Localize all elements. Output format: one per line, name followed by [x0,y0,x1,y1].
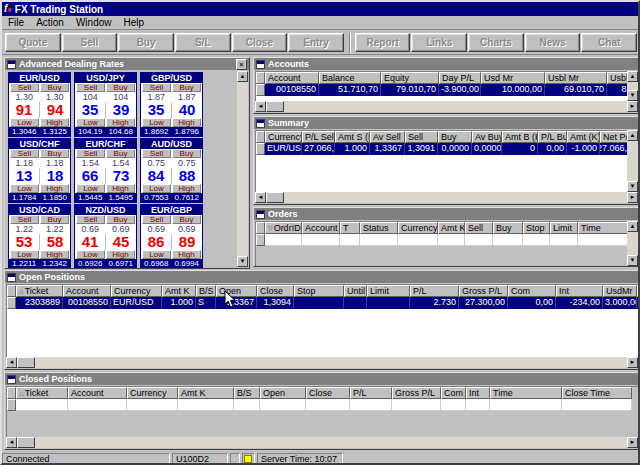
summary-titlebar[interactable]: Summary [254,117,639,129]
open-positions-horizontal-scrollbar[interactable]: ◄ ► [6,357,638,368]
column-header[interactable]: Open [260,387,306,399]
dealing-rates-titlebar[interactable]: Advanced Dealing Rates ✕ [5,58,249,70]
column-header[interactable]: Currency [111,285,162,297]
sell-price-button[interactable]: 13 [9,168,40,184]
column-header[interactable]: Int [556,285,603,297]
column-header[interactable]: △Ticket [16,387,68,399]
scrollbar-track[interactable] [35,437,627,448]
buy-price-button[interactable]: 39 [106,102,136,118]
column-header[interactable]: Close Time [562,387,632,399]
scroll-right-icon[interactable]: ► [627,192,638,203]
column-header[interactable]: P/L [350,387,392,399]
scrollbar-track[interactable] [284,101,627,112]
row-selector[interactable] [256,84,265,96]
column-header[interactable]: Currency [265,131,302,143]
scrollbar-track[interactable] [627,232,638,255]
column-header[interactable]: Time [637,285,639,297]
accounts-titlebar[interactable]: Accounts [254,58,639,70]
quote-button[interactable]: Quote [5,33,61,52]
column-header[interactable]: Open [216,285,257,297]
column-header[interactable]: Until Tr [344,285,367,297]
scroll-up-icon[interactable]: ▲ [237,71,248,82]
charts-button[interactable]: Charts [468,33,524,52]
scroll-left-icon[interactable]: ◄ [255,101,266,112]
scroll-down-icon[interactable]: ▼ [627,181,638,192]
summary-vertical-scrollbar[interactable]: ▲ ▼ [627,130,638,192]
accounts-vertical-scrollbar[interactable]: ▲ ▼ [627,71,638,101]
scroll-down-icon[interactable]: ▼ [627,90,638,101]
column-header[interactable]: Time [490,387,562,399]
column-header[interactable]: Com [508,285,556,297]
column-header[interactable]: Balance [319,72,381,84]
rates-vertical-scrollbar[interactable]: ▲ ▼ [237,71,248,267]
menu-window[interactable]: Window [70,17,118,28]
sell-price-button[interactable]: 86 [141,234,172,250]
column-header[interactable]: Usbl Mr [545,72,607,84]
column-header[interactable]: △Ticket [16,285,63,297]
column-header[interactable]: Stop [523,222,550,234]
buy-price-button[interactable]: 45 [106,234,136,250]
column-header[interactable]: Amt B (K) [502,131,538,143]
sell-price-button[interactable]: 41 [75,234,106,250]
buy-price-button[interactable]: 58 [40,234,70,250]
sell-price-button[interactable]: 53 [9,234,40,250]
entry-button[interactable]: Entry [288,33,344,52]
column-header[interactable]: Usbl Mr % [607,72,628,84]
scroll-right-icon[interactable]: ► [627,437,638,448]
chat-button[interactable]: Chat [581,33,637,52]
report-button[interactable]: Report [355,33,411,52]
column-header[interactable]: Account [265,72,319,84]
buy-price-button[interactable]: 88 [172,168,202,184]
column-header[interactable]: Stop [294,285,344,297]
sell-price-button[interactable]: 91 [9,102,40,118]
buy-price-button[interactable]: 40 [172,102,202,118]
row-selector[interactable] [256,143,265,155]
scrollbar-track[interactable] [35,357,627,368]
column-header[interactable]: Time [578,222,628,234]
sell-price-button[interactable]: 35 [141,102,172,118]
scrollbar-track[interactable] [627,82,638,90]
column-header[interactable]: Usd Mr [481,72,545,84]
column-header[interactable]: Limit [367,285,410,297]
open-positions-titlebar[interactable]: Open Positions [5,271,639,283]
column-header[interactable]: Account [63,285,111,297]
window-titlebar[interactable]: fx FX Trading Station [2,2,638,16]
scroll-down-icon[interactable]: ▼ [627,255,638,266]
summary-row[interactable]: EUR/USD 27.066,00 1.000 1,3367 1,3091 0,… [256,143,628,155]
column-header[interactable]: Account [302,222,340,234]
column-header[interactable]: Sell [405,131,438,143]
buy-button[interactable]: Buy [118,33,174,52]
column-header[interactable]: Close [306,387,350,399]
scrollbar-track[interactable] [284,192,627,203]
column-header[interactable]: Limit [550,222,578,234]
scroll-down-icon[interactable]: ▼ [237,256,248,267]
column-header[interactable]: P/L [410,285,459,297]
row-selector[interactable] [7,297,16,309]
accounts-horizontal-scrollbar[interactable]: ◄ ► [255,101,638,112]
scroll-up-icon[interactable]: ▲ [627,71,638,82]
news-button[interactable]: News [525,33,581,52]
column-header[interactable]: T [340,222,360,234]
buy-price-button[interactable]: 73 [106,168,136,184]
column-header[interactable]: Currency [127,387,178,399]
column-header[interactable]: Amt (K) [567,131,600,143]
buy-price-button[interactable]: 18 [40,168,70,184]
account-row[interactable]: 00108550 51.710,70 79.010,70 -3.900,00 1… [256,84,628,96]
orders-vertical-scrollbar[interactable]: ▲ ▼ [627,221,638,266]
column-header[interactable]: Currency [398,222,438,234]
scroll-up-icon[interactable]: ▲ [627,130,638,141]
column-header[interactable]: Av Sell [370,131,405,143]
closed-positions-horizontal-scrollbar[interactable]: ◄ ► [6,437,638,448]
stop-limit-button[interactable]: S/L [175,33,231,52]
menu-action[interactable]: Action [30,17,70,28]
column-header[interactable]: Av Buy [472,131,502,143]
orders-titlebar[interactable]: Orders [254,208,639,220]
sell-price-button[interactable]: 66 [75,168,106,184]
sell-price-button[interactable]: 35 [75,102,106,118]
scrollbar-track[interactable] [237,82,248,256]
column-header[interactable]: Net P/L [600,131,628,143]
column-header[interactable]: Amt K [162,285,196,297]
close-button[interactable]: Close [232,33,288,52]
buy-price-button[interactable]: 94 [40,102,70,118]
column-header[interactable]: Amt K [438,222,465,234]
